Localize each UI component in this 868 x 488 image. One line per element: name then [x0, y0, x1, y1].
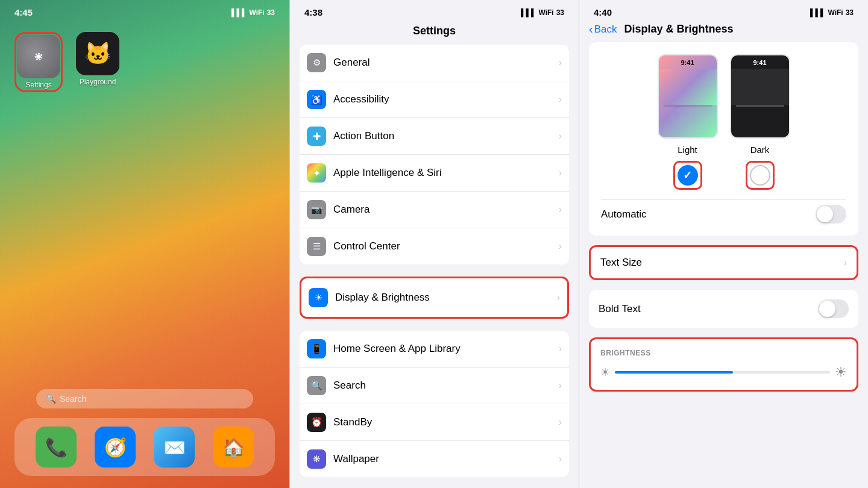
settings-item-wallpaper[interactable]: ❋ Wallpaper ›	[300, 441, 569, 477]
brightness-fill	[615, 371, 733, 374]
search-icon: 🔍	[46, 394, 56, 404]
settings-item-home-screen[interactable]: 📱 Home Screen & App Library ›	[300, 331, 569, 368]
light-radio[interactable]: ✓	[673, 161, 702, 190]
automatic-row: Automatic	[601, 199, 846, 224]
accessibility-icon: ♿	[307, 90, 326, 109]
display-time: 4:40	[594, 7, 612, 17]
dark-label: Dark	[750, 145, 770, 155]
light-preview-time: 9:41	[659, 55, 717, 69]
light-preview-bar	[664, 105, 712, 107]
dark-radio[interactable]	[746, 161, 775, 190]
standby-icon: ⏰	[307, 413, 326, 432]
ai-siri-chevron: ›	[559, 167, 562, 178]
settings-item-standby[interactable]: ⏰ StandBy ›	[300, 404, 569, 441]
home-screen-label: Home Screen & App Library	[333, 342, 552, 355]
svg-point-1	[36, 54, 40, 58]
back-button[interactable]: ‹ Back	[589, 22, 617, 36]
settings-group-3: 📱 Home Screen & App Library › 🔍 Search ›…	[300, 331, 569, 477]
gear-icon	[31, 49, 46, 64]
display-status-bar: 4:40 ▌▌▌ WiFi 33	[579, 0, 868, 20]
settings-time: 4:38	[304, 7, 322, 17]
appearance-section: 9:41 Light ✓ 9:41	[589, 42, 858, 236]
dark-appearance-option[interactable]: 9:41 Dark	[730, 54, 790, 190]
brightness-slider-row: ☀ ☀	[600, 364, 847, 380]
playground-app-label: Playground	[80, 78, 116, 86]
back-label[interactable]: Back	[594, 23, 617, 36]
dark-preview-time: 9:41	[731, 55, 789, 69]
dock-safari-icon[interactable]: 🧭	[95, 427, 136, 468]
settings-item-general[interactable]: ⚙ General ›	[300, 45, 569, 81]
display-brightness-label: Display & Brightness	[335, 291, 550, 304]
home-screen-chevron: ›	[559, 343, 562, 354]
text-size-row[interactable]: Text Size ›	[589, 245, 858, 280]
wallpaper-chevron: ›	[559, 454, 562, 465]
settings-app-icon[interactable]	[17, 35, 60, 78]
wifi-icon: WiFi	[249, 8, 264, 17]
bold-text-item: Bold Text	[589, 290, 858, 328]
automatic-label: Automatic	[601, 208, 647, 221]
display-status-right: ▌▌▌ WiFi 33	[810, 8, 854, 17]
control-center-label: Control Center	[333, 240, 552, 253]
appearance-options: 9:41 Light ✓ 9:41	[601, 54, 846, 190]
home-search-bar[interactable]: 🔍 Search	[36, 389, 253, 408]
bold-text-row: Bold Text	[589, 290, 858, 328]
dock-mail-icon[interactable]: ✉️	[154, 427, 195, 468]
battery-icon-2: 33	[556, 8, 564, 17]
battery-icon-3: 33	[846, 8, 854, 17]
settings-status-right: ▌▌▌ WiFi 33	[521, 8, 564, 17]
text-size-item[interactable]: Text Size ›	[591, 247, 857, 278]
settings-item-ai-siri[interactable]: ✦ Apple Intelligence & Siri ›	[300, 155, 569, 192]
display-nav: ‹ Back Display & Brightness	[579, 20, 868, 42]
brightness-sun-large-icon: ☀	[835, 364, 847, 380]
settings-group-1: ⚙ General › ♿ Accessibility › ✚ Action B…	[300, 45, 569, 264]
wallpaper-label: Wallpaper	[333, 452, 552, 466]
dark-preview: 9:41	[730, 54, 790, 139]
dock-home-icon[interactable]: 🏠	[213, 427, 254, 468]
brightness-slider[interactable]	[615, 371, 830, 374]
control-center-icon: ☰	[307, 237, 326, 256]
wifi-icon-2: WiFi	[538, 8, 553, 17]
wifi-icon-3: WiFi	[828, 8, 843, 17]
display-content: 9:41 Light ✓ 9:41	[579, 42, 868, 488]
home-screen-icon: 📱	[307, 339, 326, 358]
playground-app-icon-wrap[interactable]: 🐱 Playground	[74, 32, 122, 92]
brightness-section: BRIGHTNESS ☀ ☀	[589, 337, 858, 392]
settings-item-search[interactable]: 🔍 Search ›	[300, 368, 569, 404]
search-label: Search	[333, 379, 552, 392]
automatic-toggle[interactable]	[816, 205, 846, 224]
accessibility-label: Accessibility	[333, 93, 552, 106]
standby-label: StandBy	[333, 416, 552, 429]
settings-app-icon-wrap[interactable]: Settings	[14, 32, 63, 92]
signal-icon: ▌▌▌	[231, 8, 247, 17]
home-status-right: ▌▌▌ WiFi 33	[231, 8, 275, 17]
settings-item-accessibility[interactable]: ♿ Accessibility ›	[300, 81, 569, 118]
action-button-label: Action Button	[333, 130, 552, 143]
settings-item-display-brightness[interactable]: ☀ Display & Brightness ›	[300, 277, 569, 319]
home-status-bar: 4:45 ▌▌▌ WiFi 33	[0, 0, 289, 20]
general-label: General	[333, 56, 552, 69]
signal-icon-3: ▌▌▌	[810, 8, 826, 17]
home-icon-row: Settings 🐱 Playground	[14, 32, 275, 92]
playground-app-icon[interactable]: 🐱	[76, 32, 119, 75]
brightness-sun-small-icon: ☀	[600, 366, 610, 379]
brightness-section-label: BRIGHTNESS	[600, 349, 847, 357]
action-button-chevron: ›	[559, 131, 562, 142]
display-page-title: Display & Brightness	[624, 23, 733, 36]
home-icons-area: Settings 🐱 Playground	[0, 20, 289, 389]
settings-item-action-button[interactable]: ✚ Action Button ›	[300, 118, 569, 155]
bold-text-toggle[interactable]	[818, 299, 849, 318]
display-icon: ☀	[309, 288, 328, 307]
light-appearance-option[interactable]: 9:41 Light ✓	[658, 54, 718, 190]
control-center-chevron: ›	[559, 241, 562, 252]
display-brightness-panel: 4:40 ▌▌▌ WiFi 33 ‹ Back Display & Bright…	[579, 0, 868, 488]
wallpaper-icon: ❋	[307, 449, 326, 469]
settings-panel: 4:38 ▌▌▌ WiFi 33 Settings ⚙ General › ♿ …	[289, 0, 579, 488]
dock-phone-icon[interactable]: 📞	[36, 427, 77, 468]
settings-item-control-center[interactable]: ☰ Control Center ›	[300, 228, 569, 264]
settings-item-camera[interactable]: 📷 Camera ›	[300, 192, 569, 228]
light-preview: 9:41	[658, 54, 718, 139]
general-icon: ⚙	[307, 53, 326, 72]
bold-text-toggle-knob	[819, 301, 835, 317]
camera-icon: 📷	[307, 200, 326, 219]
general-chevron: ›	[559, 57, 562, 68]
